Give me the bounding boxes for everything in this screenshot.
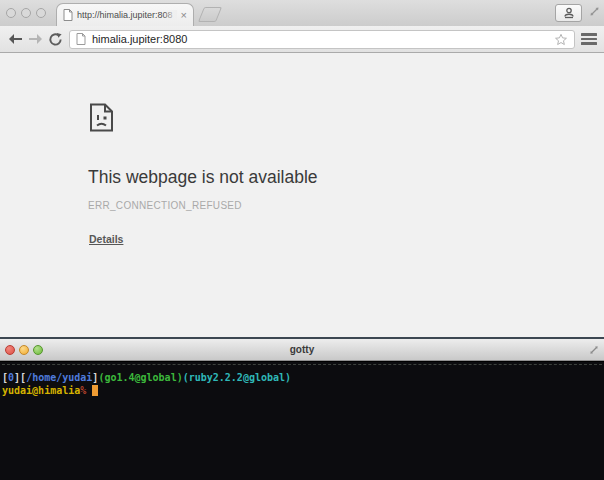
profile-button[interactable] — [555, 4, 582, 22]
tab-title-fade — [163, 10, 177, 20]
bookmark-star-icon[interactable] — [554, 33, 568, 46]
ruby-env: (ruby2.2.2@global) — [183, 372, 291, 383]
new-tab-button[interactable] — [198, 7, 222, 22]
close-window-button[interactable] — [6, 8, 16, 18]
person-icon — [562, 7, 576, 19]
menu-bar-line — [581, 42, 597, 45]
expand-arrows-icon[interactable] — [589, 6, 600, 17]
resize-arrows-icon[interactable] — [589, 345, 599, 355]
tab-title: http://himalia.jupiter:808 — [77, 10, 177, 20]
error-code: ERR_CONNECTION_REFUSED — [88, 200, 242, 211]
terminal-title: gotty — [0, 344, 604, 355]
sad-page-icon — [89, 103, 114, 132]
forward-button[interactable] — [25, 29, 45, 49]
window-controls — [6, 8, 46, 18]
terminal-titlebar[interactable]: gotty — [0, 339, 604, 361]
minimize-window-button[interactable] — [21, 8, 31, 18]
browser-window: http://himalia.jupiter:808 × — [0, 0, 604, 337]
menu-bar-line — [581, 38, 597, 41]
current-directory: /home/yudai — [26, 372, 92, 383]
menu-bar-line — [581, 33, 597, 36]
back-button[interactable] — [5, 29, 25, 49]
chrome-menu-icon[interactable] — [581, 30, 599, 48]
tab-close-icon[interactable]: × — [181, 10, 187, 20]
browser-tab[interactable]: http://himalia.jupiter:808 × — [56, 3, 194, 26]
page-icon — [76, 33, 86, 45]
prompt-line-2: yudai@himalia% — [2, 385, 602, 398]
prompt-line-1: [0][/home/yudai](go1.4@global)(ruby2.2.2… — [2, 372, 602, 385]
url-text[interactable]: himalia.jupiter:8080 — [92, 33, 548, 45]
terminal-body[interactable]: [0][/home/yudai](go1.4@global)(ruby2.2.2… — [0, 362, 604, 480]
user-host: yudai@himalia — [2, 385, 80, 396]
go-env: (go1.4@global) — [98, 372, 182, 383]
zoom-window-button[interactable] — [33, 345, 43, 355]
terminal-window-controls — [5, 345, 43, 355]
address-bar[interactable]: himalia.jupiter:8080 — [69, 30, 575, 49]
browser-toolbar: himalia.jupiter:8080 — [0, 26, 604, 53]
error-heading: This webpage is not available — [88, 167, 318, 188]
reload-button[interactable] — [45, 29, 65, 49]
zoom-window-button[interactable] — [36, 8, 46, 18]
page-icon — [63, 9, 73, 21]
tab-strip: http://himalia.jupiter:808 × — [0, 0, 604, 26]
prompt-symbol: % — [80, 385, 86, 396]
details-link[interactable]: Details — [89, 233, 123, 245]
terminal-cursor — [92, 385, 98, 396]
minimize-window-button[interactable] — [19, 345, 29, 355]
terminal-window: gotty [0][/home/yudai](go1.4@global)(rub… — [0, 337, 604, 480]
close-window-button[interactable] — [5, 345, 15, 355]
prompt-separator-line — [2, 364, 602, 365]
error-page: This webpage is not available ERR_CONNEC… — [0, 54, 604, 337]
